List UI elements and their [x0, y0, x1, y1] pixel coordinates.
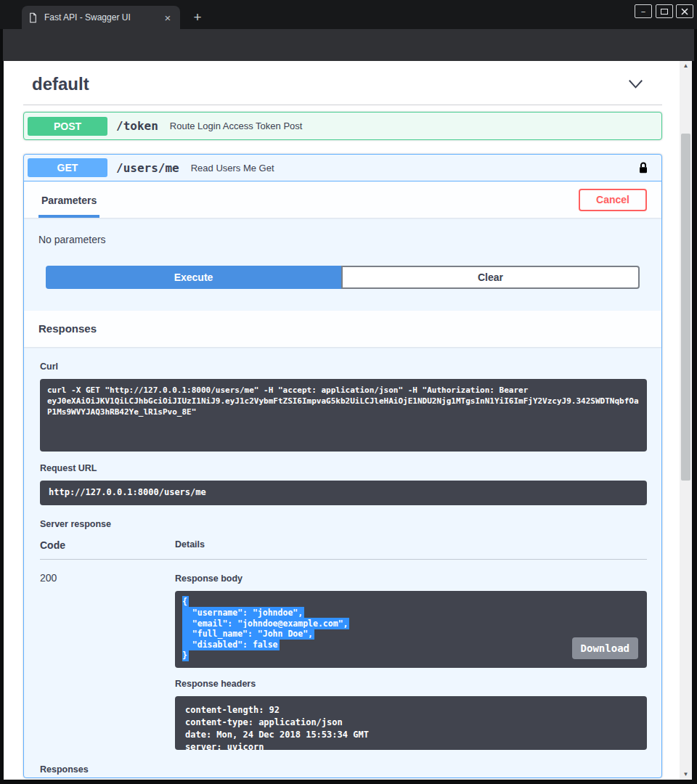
close-window-icon[interactable] [676, 4, 693, 18]
execute-button[interactable]: Execute [46, 266, 341, 289]
tab-close-icon[interactable]: × [161, 11, 174, 24]
parameters-section-header: Parameters Cancel [24, 181, 661, 218]
opblock-get-users-me: GET /users/me Read Users Me Get Paramete… [23, 154, 662, 778]
documented-responses-label: Responses [40, 764, 647, 775]
response-headers-block: content-length: 92 content-type: applica… [175, 696, 647, 750]
browser-toolbar: 127.0.0.1:8000/docs ⋮ [3, 29, 694, 61]
maximize-icon[interactable] [656, 4, 673, 18]
request-url-label: Request URL [40, 463, 647, 473]
get-summary-text: Read Users Me Get [191, 163, 274, 173]
post-token-summary[interactable]: POST /token Route Login Access Token Pos… [24, 113, 661, 139]
response-body-block[interactable]: { "username": "johndoe", "email": "johnd… [175, 591, 647, 668]
response-body-line: "disabled": false [182, 640, 640, 650]
curl-label: Curl [40, 362, 647, 372]
scrollbar-thumb[interactable] [681, 134, 690, 481]
response-body-line: { [182, 597, 640, 608]
post-path: /token [116, 119, 158, 133]
tag-title: default [32, 74, 89, 94]
clear-button[interactable]: Clear [341, 266, 640, 289]
scroll-up-icon[interactable]: ▲ [680, 61, 692, 71]
code-column-header: Code [40, 539, 175, 551]
get-method-badge: GET [28, 158, 107, 177]
tab-parameters[interactable]: Parameters [38, 181, 99, 218]
parameters-body: No parameters [24, 218, 661, 245]
execute-wrapper: Execute Clear [24, 245, 661, 311]
status-code: 200 [40, 572, 175, 750]
minimize-icon[interactable]: − [635, 4, 652, 18]
tab-title: Fast API - Swagger UI [44, 12, 161, 23]
get-users-me-summary[interactable]: GET /users/me Read Users Me Get [24, 155, 661, 181]
response-body-label: Response body [175, 573, 647, 584]
post-summary-text: Route Login Access Token Post [170, 121, 303, 131]
cancel-button[interactable]: Cancel [579, 189, 647, 211]
response-body-line: "username": "johndoe", [182, 608, 640, 618]
tag-section-header[interactable]: default [23, 68, 662, 105]
page-content: default POST /token Route Login Access T… [4, 61, 680, 780]
window-titlebar: Fast API - Swagger UI × + − [0, 0, 697, 29]
maximize-square [661, 9, 668, 15]
responses-section-header: Responses [24, 311, 661, 347]
details-column-header: Details [175, 539, 647, 551]
responses-inner: Curl curl -X GET "http://127.0.0.1:8000/… [24, 347, 661, 780]
server-response-label: Server response [40, 519, 647, 529]
server-response-row: 200 Response body { "username": "johndoe… [40, 560, 647, 750]
get-path: /users/me [116, 161, 179, 175]
response-body-line: "full_name": "John Doe", [182, 629, 640, 640]
document-icon [28, 12, 38, 23]
responses-title: Responses [38, 322, 97, 335]
response-body-line: "email": "johndoe@example.com", [182, 618, 640, 629]
response-header-line: server: uvicorn [185, 741, 637, 754]
no-parameters-text: No parameters [38, 234, 106, 245]
post-method-badge: POST [28, 117, 107, 136]
response-header-line: content-type: application/json [185, 716, 637, 729]
scroll-down-icon[interactable]: ▼ [680, 769, 692, 780]
lock-icon[interactable] [637, 161, 649, 175]
response-body-line: } [182, 650, 640, 661]
response-header-line: date: Mon, 24 Dec 2018 15:53:34 GMT [185, 729, 637, 741]
response-header-line: content-length: 92 [185, 704, 637, 716]
opblock-post-token: POST /token Route Login Access Token Pos… [23, 112, 662, 140]
new-tab-icon[interactable]: + [189, 9, 206, 26]
browser-tab[interactable]: Fast API - Swagger UI × [22, 6, 180, 29]
download-button[interactable]: Download [572, 637, 638, 659]
response-headers-label: Response headers [175, 679, 647, 689]
chevron-down-icon[interactable] [628, 79, 643, 89]
curl-command[interactable]: curl -X GET "http://127.0.0.1:8000/users… [40, 379, 647, 452]
request-url-value: http://127.0.0.1:8000/users/me [40, 481, 647, 505]
scrollbar[interactable]: ▲ ▼ [680, 61, 692, 780]
server-response-table-header: Code Details [40, 539, 647, 560]
